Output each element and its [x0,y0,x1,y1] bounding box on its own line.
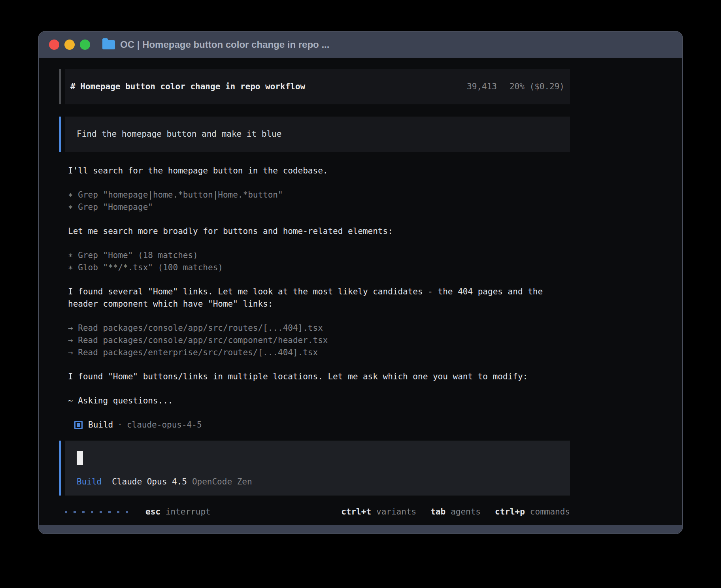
variants-hint: ctrl+t variants [341,506,416,518]
status-bar: esc interrupt ctrl+t variants tab agents… [59,506,570,518]
input-mode-row: Build Claude Opus 4.5 OpenCode Zen [77,476,562,488]
session-stats: 39,413 20% ($0.29) [467,81,564,93]
tool-call-grep: ∗ Grep "Home" (18 matches) [68,249,570,262]
spinner-dot [108,511,111,513]
tool-call-read: → Read packages/console/app/src/routes/[… [68,322,570,334]
agent-separator: · [117,419,123,431]
spinner-dot [126,511,128,513]
assistant-paragraph: I found several "Home" links. Let me loo… [68,286,570,310]
spinner-dot [100,511,102,513]
spinner-dot [91,511,93,513]
agent-name: Build [88,419,113,431]
window-title: OC | Homepage button color change in rep… [120,40,329,49]
terminal-content: # Homepage button color change in repo w… [39,58,682,525]
agent-model: claude-opus-4-5 [127,419,202,431]
user-message-text: Find the homepage button and make it blu… [77,128,281,140]
variants-key: ctrl+t [341,506,371,518]
tool-call-read: → Read packages/enterprise/src/routes/[.… [68,347,570,359]
spinner-dot [65,511,67,513]
input-cursor [77,451,83,465]
model-indicator: Claude Opus 4.5 [112,476,187,488]
tool-call-grep: ∗ Grep "Homepage" [68,201,570,213]
mode-indicator: Build [77,476,102,488]
prompt-input[interactable]: Build Claude Opus 4.5 OpenCode Zen [59,441,570,496]
assistant-paragraph: I'll search for the homepage button in t… [68,165,570,177]
esc-key: esc [145,506,160,518]
agents-key: tab [430,506,445,518]
assistant-response: I'll search for the homepage button in t… [68,165,570,431]
user-message: Find the homepage button and make it blu… [59,117,570,152]
agent-icon [74,421,83,429]
agent-status-line: Build · claude-opus-4-5 [74,419,570,431]
terminal-window: OC | Homepage button color change in rep… [38,31,683,534]
tool-call-grep: ∗ Grep "homepage|home.*button|Home.*butt… [68,189,570,201]
spinner-dots [65,511,134,513]
agents-hint: tab agents [430,506,481,518]
assistant-paragraph: I found "Home" buttons/links in multiple… [68,371,570,383]
esc-hint: esc interrupt [145,506,211,518]
token-count: 39,413 [467,81,497,93]
prompt-input-bar [59,441,61,496]
session-header-bar [59,69,61,104]
context-usage: 20% ($0.29) [510,81,564,93]
folder-icon [102,40,115,49]
esc-hint-label: interrupt [166,506,211,518]
spinner-dot [117,511,119,513]
window-footer [39,525,682,533]
assistant-paragraph: Let me search more broadly for buttons a… [68,225,570,237]
commands-key: ctrl+p [495,506,525,518]
tool-call-glob: ∗ Glob "**/*.tsx" (100 matches) [68,262,570,274]
user-message-bar [59,117,61,152]
spinner-dot [74,511,76,513]
commands-hint: ctrl+p commands [495,506,570,518]
titlebar: OC | Homepage button color change in rep… [39,32,682,58]
session-header: # Homepage button color change in repo w… [59,69,570,104]
agents-label: agents [451,506,481,518]
close-button[interactable] [49,40,59,50]
tool-call-read: → Read packages/console/app/src/componen… [68,334,570,347]
commands-label: commands [530,506,570,518]
minimize-button[interactable] [64,40,75,50]
variants-label: variants [376,506,416,518]
zoom-button[interactable] [80,40,90,50]
provider-indicator: OpenCode Zen [192,476,252,488]
assistant-status-text: ~ Asking questions... [68,395,570,407]
session-title: # Homepage button color change in repo w… [70,81,305,93]
spinner-dot [82,511,85,513]
